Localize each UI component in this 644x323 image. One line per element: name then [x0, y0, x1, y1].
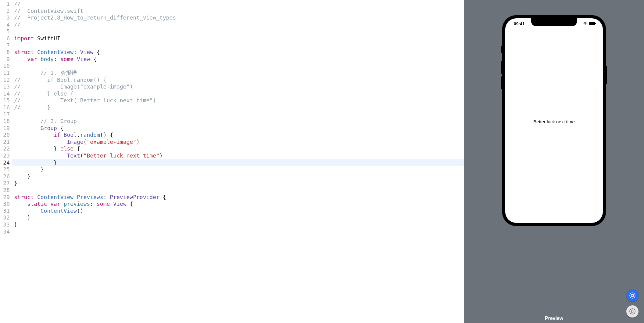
- phone-power-button: [606, 66, 607, 84]
- status-indicators: [583, 21, 596, 26]
- svg-rect-5: [632, 310, 633, 313]
- code-line[interactable]: Group {: [12, 125, 464, 132]
- code-line[interactable]: // Image("example-image"): [12, 83, 464, 90]
- code-line[interactable]: // if Bool.random() {: [12, 77, 464, 84]
- phone-volume-down: [501, 76, 502, 89]
- phone-content: Better luck next time: [505, 29, 603, 223]
- line-number: 18: [0, 118, 10, 125]
- line-number: 17: [0, 111, 10, 118]
- code-line[interactable]: [12, 63, 464, 70]
- phone-screen: 09:41 Better luck next time: [505, 18, 603, 223]
- line-number: 7: [0, 42, 10, 49]
- preview-on-device-button[interactable]: [626, 305, 639, 318]
- line-number: 33: [0, 221, 10, 228]
- line-number: 11: [0, 70, 10, 77]
- phone-frame: 09:41 Better luck next time: [502, 15, 606, 226]
- code-line[interactable]: var body: some View {: [12, 56, 464, 63]
- code-line[interactable]: } else {: [12, 145, 464, 152]
- line-number: 25: [0, 166, 10, 173]
- line-number: 31: [0, 208, 10, 215]
- code-line[interactable]: }: [12, 221, 464, 228]
- code-line[interactable]: Text("Better luck next time"): [12, 152, 464, 159]
- code-line[interactable]: // } else {: [12, 90, 464, 97]
- preview-text: Better luck next time: [533, 119, 575, 124]
- code-line[interactable]: // 2. Group: [12, 118, 464, 125]
- line-number-gutter: 1234567891011121314151617181920212223242…: [0, 0, 12, 323]
- line-number: 21: [0, 139, 10, 146]
- code-line[interactable]: //: [12, 1, 464, 8]
- line-number: 30: [0, 201, 10, 208]
- code-line[interactable]: //: [12, 21, 464, 28]
- phone-notch: [531, 18, 577, 26]
- code-line[interactable]: }: [12, 159, 464, 166]
- code-line[interactable]: }: [12, 166, 464, 173]
- phone-mute-switch: [501, 46, 502, 53]
- line-number: 28: [0, 187, 10, 194]
- svg-point-4: [630, 309, 635, 314]
- svg-rect-0: [589, 22, 595, 25]
- code-line[interactable]: struct ContentView_Previews: PreviewProv…: [12, 194, 464, 201]
- code-line[interactable]: // }: [12, 104, 464, 111]
- line-number: 1: [0, 1, 10, 8]
- battery-icon: [589, 21, 596, 26]
- line-number: 32: [0, 214, 10, 221]
- svg-rect-3: [631, 295, 634, 297]
- svg-rect-1: [595, 23, 596, 24]
- code-editor-pane[interactable]: 1234567891011121314151617181920212223242…: [0, 0, 464, 323]
- code-line[interactable]: // ContentView.swift: [12, 8, 464, 15]
- line-number: 16: [0, 104, 10, 111]
- code-line[interactable]: Image("example-image"): [12, 139, 464, 146]
- line-number: 29: [0, 194, 10, 201]
- line-number: 27: [0, 180, 10, 187]
- app-container: 1234567891011121314151617181920212223242…: [0, 0, 644, 323]
- preview-label: Preview: [545, 316, 563, 321]
- live-preview-button[interactable]: [626, 289, 639, 302]
- code-line[interactable]: ContentView(): [12, 208, 464, 215]
- line-number: 20: [0, 132, 10, 139]
- phone-volume-up: [501, 61, 502, 74]
- code-area[interactable]: //// ContentView.swift// Project2.8_How_…: [12, 0, 464, 323]
- code-line[interactable]: [12, 111, 464, 118]
- code-line[interactable]: }: [12, 180, 464, 187]
- code-line[interactable]: [12, 228, 464, 235]
- code-line[interactable]: // Text("Better luck next time"): [12, 97, 464, 104]
- code-line[interactable]: static var previews: some View {: [12, 201, 464, 208]
- code-line[interactable]: [12, 187, 464, 194]
- code-line[interactable]: // Project2.8_How_to_return_different_vi…: [12, 14, 464, 21]
- status-time: 09:41: [514, 21, 525, 26]
- code-line[interactable]: struct ContentView: View {: [12, 49, 464, 56]
- line-number: 3: [0, 14, 10, 21]
- line-number: 8: [0, 49, 10, 56]
- line-number: 6: [0, 35, 10, 42]
- code-line[interactable]: [12, 28, 464, 35]
- line-number: 2: [0, 8, 10, 15]
- line-number: 34: [0, 228, 10, 235]
- line-number: 14: [0, 90, 10, 97]
- code-line[interactable]: // 1. 会报错: [12, 70, 464, 77]
- wifi-icon: [583, 21, 588, 26]
- line-number: 9: [0, 56, 10, 63]
- preview-controls: [626, 289, 639, 318]
- line-number: 19: [0, 125, 10, 132]
- line-number: 5: [0, 28, 10, 35]
- line-number: 12: [0, 77, 10, 84]
- line-number: 26: [0, 173, 10, 180]
- code-line[interactable]: if Bool.random() {: [12, 132, 464, 139]
- line-number: 13: [0, 83, 10, 90]
- line-number: 15: [0, 97, 10, 104]
- line-number: 10: [0, 63, 10, 70]
- line-number: 4: [0, 21, 10, 28]
- preview-pane: 09:41 Better luck next time Preview: [464, 0, 644, 323]
- code-line[interactable]: import SwiftUI: [12, 35, 464, 42]
- line-number: 23: [0, 152, 10, 159]
- code-line[interactable]: }: [12, 214, 464, 221]
- line-number: 24: [0, 159, 10, 166]
- code-line[interactable]: }: [12, 173, 464, 180]
- code-line[interactable]: [12, 42, 464, 49]
- svg-point-2: [630, 293, 635, 298]
- line-number: 22: [0, 145, 10, 152]
